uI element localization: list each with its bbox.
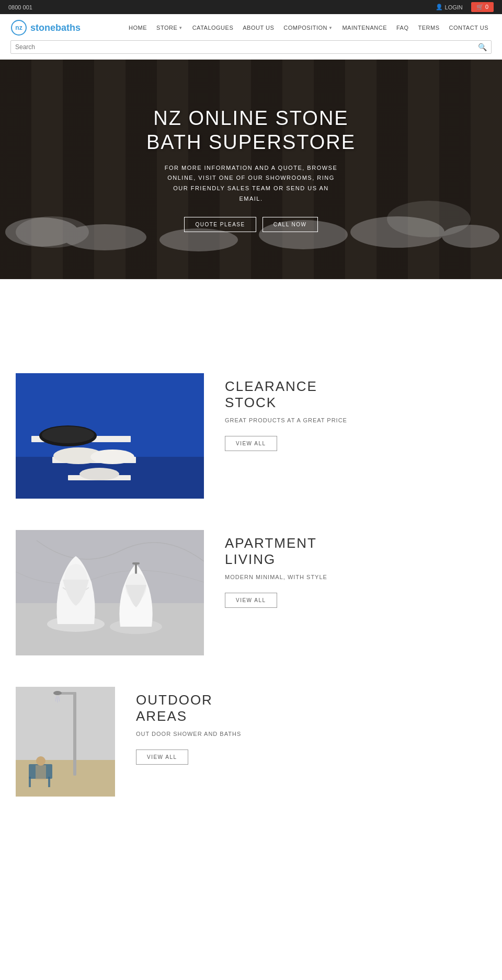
nav-maintenance[interactable]: MAINTENANCE: [339, 22, 390, 33]
outdoor-title: OUTDOOR AREAS: [136, 692, 486, 724]
apartment-description: MODERN MINIMAL, WITH STYLE: [225, 573, 486, 582]
search-input[interactable]: [15, 43, 478, 51]
outdoor-image: [16, 687, 115, 797]
apartment-image: [16, 530, 204, 655]
hero-subtitle: FOR MORE INFORMATION AND A QUOTE, BROWSE…: [162, 163, 340, 204]
svg-rect-35: [29, 777, 31, 787]
main-nav: HOME STORE ▼ CATALOGUES ABOUT US COMPOSI…: [126, 22, 492, 33]
header: nz stonebaths HOME STORE ▼ CATALOGUES AB…: [0, 14, 502, 60]
nav-faq[interactable]: FAQ: [393, 22, 412, 33]
nav-catalogues[interactable]: CATALOGUES: [189, 22, 237, 33]
hero-buttons: QUOTE PLEASE CALL NOW: [146, 217, 356, 232]
clearance-info: CLEARANCE STOCK GREAT PRODUCTS AT A GREA…: [225, 373, 486, 451]
phone-number: 0800 001: [8, 4, 32, 10]
nav-terms[interactable]: TERMS: [415, 22, 443, 33]
nav-about[interactable]: ABOUT US: [239, 22, 277, 33]
search-button[interactable]: 🔍: [478, 43, 487, 51]
quote-button[interactable]: QUOTE PLEASE: [184, 217, 256, 232]
svg-point-7: [442, 225, 499, 248]
outdoor-view-all-button[interactable]: VIEW ALL: [136, 750, 188, 765]
nav-contact[interactable]: CONTACT US: [446, 22, 492, 33]
svg-rect-28: [73, 692, 76, 776]
svg-point-3: [63, 224, 146, 250]
outdoor-description: Out Door Shower and Baths: [136, 730, 486, 739]
svg-rect-25: [132, 562, 140, 564]
nav-store[interactable]: STORE ▼: [153, 22, 186, 33]
clearance-section: CLEARANCE STOCK GREAT PRODUCTS AT A GREA…: [0, 373, 502, 530]
svg-point-37: [36, 756, 45, 766]
apartment-svg: [16, 530, 204, 655]
svg-point-17: [79, 468, 119, 480]
svg-point-16: [90, 449, 134, 464]
spacer: [0, 279, 502, 373]
svg-rect-26: [16, 687, 115, 760]
nav-home[interactable]: HOME: [126, 22, 150, 33]
apartment-title: APARTMENT LIVING: [225, 535, 486, 568]
logo-icon: nz: [10, 19, 27, 36]
outdoor-info: OUTDOOR AREAS Out Door Shower and Baths …: [136, 687, 486, 765]
svg-text:nz: nz: [15, 24, 22, 31]
svg-point-30: [53, 691, 62, 695]
logo-text: stonebaths: [30, 22, 81, 33]
composition-dropdown-arrow: ▼: [328, 26, 333, 30]
search-area: 🔍: [10, 40, 492, 54]
clearance-description: GREAT PRODUCTS AT A GREAT PRICE: [225, 416, 486, 425]
cart-button[interactable]: 🛒 0: [471, 2, 494, 12]
store-dropdown-arrow: ▼: [178, 26, 182, 30]
clearance-image: [16, 373, 204, 499]
svg-point-14: [42, 426, 94, 443]
cart-icon: 🛒: [476, 4, 484, 10]
hero-content: NZ ONLINE STONE BATH SUPERSTORE FOR MORE…: [136, 96, 366, 242]
svg-rect-36: [48, 777, 50, 787]
top-bar-right: 👤 LOGIN 🛒 0: [436, 2, 494, 12]
hero-section: NZ ONLINE STONE BATH SUPERSTORE FOR MORE…: [0, 60, 502, 279]
svg-rect-38: [36, 765, 46, 780]
apartment-section: APARTMENT LIVING MODERN MINIMAL, WITH ST…: [0, 530, 502, 687]
outdoor-svg: [16, 687, 115, 797]
apartment-info: APARTMENT LIVING MODERN MINIMAL, WITH ST…: [225, 530, 486, 608]
clearance-title: CLEARANCE STOCK: [225, 378, 486, 411]
svg-rect-9: [16, 373, 204, 457]
login-link[interactable]: 👤 LOGIN: [436, 4, 463, 10]
svg-rect-19: [16, 530, 204, 603]
hero-title: NZ ONLINE STONE BATH SUPERSTORE: [146, 107, 356, 154]
user-icon: 👤: [436, 4, 443, 10]
call-button[interactable]: CALL NOW: [263, 217, 318, 232]
apartment-view-all-button[interactable]: VIEW ALL: [225, 593, 277, 608]
outdoor-section: OUTDOOR AREAS Out Door Shower and Baths …: [0, 687, 502, 828]
nav-composition[interactable]: COMPOSITION ▼: [280, 22, 336, 33]
top-bar: 0800 001 👤 LOGIN 🛒 0: [0, 0, 502, 14]
logo[interactable]: nz stonebaths: [10, 19, 81, 36]
clearance-view-all-button[interactable]: VIEW ALL: [225, 436, 277, 451]
clearance-svg: [16, 373, 204, 499]
